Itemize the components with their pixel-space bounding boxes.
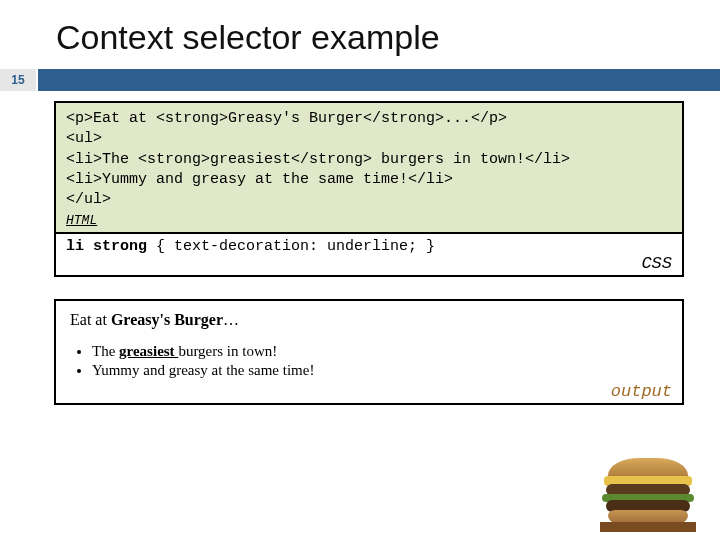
lead-strong: Greasy's Burger: [111, 311, 223, 328]
lead-pre: Eat at: [70, 311, 111, 328]
code-line: </ul>: [66, 190, 672, 210]
css-label: CSS: [641, 254, 672, 273]
code-line: <p>Eat at <strong>Greasy's Burger</stron…: [66, 109, 672, 129]
accent-bar: 15: [0, 69, 720, 91]
html-label: HTML: [66, 212, 672, 230]
item1-post: burgers in town!: [178, 343, 277, 359]
burger-image: [600, 458, 696, 532]
css-selector: li strong: [66, 238, 147, 255]
slide-content: <p>Eat at <strong>Greasy's Burger</stron…: [0, 91, 720, 405]
css-code-box: li strong { text-decoration: underline; …: [54, 234, 684, 277]
css-rule: li strong { text-decoration: underline; …: [66, 238, 672, 255]
slide-number: 15: [0, 69, 38, 91]
list-item: The greasiest burgers in town!: [92, 343, 668, 360]
item1-pre: The: [92, 343, 119, 359]
lead-post: …: [223, 311, 239, 328]
slide-title: Context selector example: [0, 0, 720, 69]
item1-strong: greasiest: [119, 343, 178, 359]
code-line: <li>The <strong>greasiest</strong> burge…: [66, 150, 672, 170]
list-item: Yummy and greasy at the same time!: [92, 362, 668, 379]
output-box: Eat at Greasy's Burger… The greasiest bu…: [54, 299, 684, 405]
html-code-box: <p>Eat at <strong>Greasy's Burger</stron…: [54, 101, 684, 234]
css-body: { text-decoration: underline; }: [147, 238, 435, 255]
code-line: <li>Yummy and greasy at the same time!</…: [66, 170, 672, 190]
output-lead: Eat at Greasy's Burger…: [70, 311, 668, 329]
output-list: The greasiest burgers in town! Yummy and…: [70, 343, 668, 379]
output-label: output: [611, 382, 672, 401]
code-line: <ul>: [66, 129, 672, 149]
